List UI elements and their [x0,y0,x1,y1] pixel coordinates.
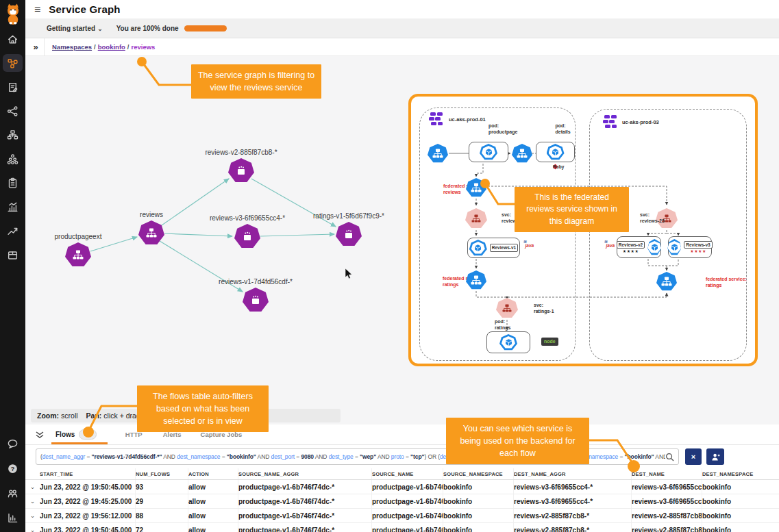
sidebar-item-flow-visualizations[interactable] [3,102,23,120]
breadcrumb-bookinfo[interactable]: bookinfo [98,43,125,51]
help-icon: ? [7,463,18,474]
breadcrumb-reviews[interactable]: reviews [132,43,156,51]
graph-node-ratings-v1[interactable]: ratings-v1-5f6d67f9c9-* [336,222,362,246]
sidebar-item-chat[interactable] [3,435,23,453]
breadcrumb-bar: » Namespaces/bookinfo/reviews [25,38,779,56]
filter-token: dest_port [271,453,295,460]
table-row[interactable]: ⌄Jun 23, 2022 @ 19:45:25.00029allowprodu… [25,494,779,509]
filter-token: ) OR ( [424,453,440,460]
filter-token: AND [654,453,665,460]
graph-node-reviews-v2[interactable]: reviews-v2-885f87cb8-* [228,158,254,183]
hamburger-menu-icon[interactable]: ≡ [34,4,40,15]
pod-productpage-box [469,142,508,162]
onboarding-progress-bar [184,25,227,31]
table-cell: allow [188,523,238,532]
graph-node-reviews[interactable]: reviews [138,220,164,245]
table-cell: productpage-v1-6b746f74dc-* [238,494,372,508]
trends-icon [7,225,18,237]
compliance-icon [7,177,18,189]
sidebar-item-compliance[interactable] [3,174,23,192]
table-cell: 88 [136,509,188,522]
sidebar-item-endpoints[interactable] [3,126,23,144]
sidebar-item-clusters[interactable] [3,150,23,168]
reviews-v1-box: Reviews-v1 [467,238,520,258]
row-expand-chevron[interactable]: ⌄ [25,523,40,532]
dashboard-icon [7,201,18,213]
breadcrumb: Namespaces/bookinfo/reviews [52,43,155,51]
table-cell: reviews-v2-885f87cb8-* [514,523,632,532]
sidebar-item-users[interactable] [3,484,23,502]
breadcrumb-separator: / [127,43,129,51]
service-graph-icon [7,58,18,69]
breadcrumb-separator: / [94,43,96,51]
pod-cube-icon [504,338,513,346]
getting-started-dropdown[interactable]: Getting started⌄ [47,25,103,32]
column-header: START_TIME [40,468,136,479]
clusters-icon [7,153,18,165]
filter-token: = [220,453,226,460]
cluster-name: uc-aks-prod-03 [622,119,659,125]
filter-token: "bookinfo" [227,453,256,460]
cluster-icon [429,112,445,127]
sidebar-item-image-assurance[interactable] [3,246,23,264]
graph-node-reviews-v3[interactable]: reviews-v3-6f69655cc4-* [234,224,260,249]
table-cell: bookinfo [443,523,514,532]
ruby-logo: Ruby [553,164,558,169]
sidebar-item-dashboard[interactable] [3,198,23,216]
sidebar-item-home[interactable] [3,30,23,48]
image-assurance-icon [7,249,18,261]
user-filter-button[interactable] [706,448,724,465]
table-cell: Jun 23, 2022 @ 19:50:45.000 [40,523,136,532]
table-cell: productpage-v1-6b746… [372,480,443,494]
callout-federated: This is the federated reviews service sh… [515,187,629,232]
service-graph-app: ? ≡ Service Graph Getting started⌄ You a… [0,0,779,532]
reviews-v3-chip: Reviews-v3 [684,241,712,249]
table-cell: productpage-v1-6b746… [372,509,443,522]
filter-token: = [618,453,624,460]
table-cell: productpage-v1-6b746… [372,494,443,508]
sidebar-item-usage-metrics[interactable] [3,509,23,527]
pod-cube-icon [473,244,482,252]
table-cell: reviews-v2-885f87cb8… [632,509,702,522]
filter-token: dest_namespace [177,453,220,460]
tab-flows[interactable]: Flows20 [55,429,97,439]
expand-panel-button[interactable]: » [27,38,45,56]
row-expand-chevron[interactable]: ⌄ [25,509,40,522]
filter-token: = [404,453,410,460]
graph-node-label: reviews [140,211,163,218]
collapse-panel-button[interactable] [35,431,45,439]
reviews-v2-box: Reviews-v2★★★★ [617,236,661,258]
pod-cube-icon [670,243,679,251]
sidebar-item-service-graph[interactable] [3,54,23,72]
breadcrumb-namespaces[interactable]: Namespaces [52,43,92,51]
cluster-name: uc-aks-prod-01 [449,116,486,123]
sidebar-item-policies[interactable] [3,78,23,96]
header-spacer [25,468,40,479]
table-header-row: START_TIMENUM_FLOWSACTIONSOURCE_NAME_AGG… [25,468,779,480]
usage-metrics-icon [7,512,18,524]
table-row[interactable]: ⌄Jun 23, 2022 @ 19:50:45.00072allowprodu… [25,523,779,532]
graph-node-productpageext[interactable]: productpageext [65,242,91,267]
callout-service-filter: The service graph is filtering to view t… [191,64,321,99]
filter-token: dest_name_aggr [42,453,85,460]
service-graph-canvas[interactable]: productpageext reviews reviews-v2-885f87… [25,56,779,425]
table-cell: 29 [136,494,188,508]
table-cell: bookinfo [443,494,514,508]
table-row[interactable]: ⌄Jun 23, 2022 @ 19:50:45.00093allowprodu… [25,480,779,494]
svc-ratings-1-label: svc:ratings-1 [521,302,547,308]
person-icon [711,453,720,461]
filter-token: AND [256,453,271,460]
clear-filter-button[interactable]: × [685,448,702,465]
sidebar-item-help[interactable]: ? [3,459,23,477]
table-cell: productpage-v1-6b746f74dc-* [238,480,372,494]
graph-node-reviews-v1[interactable]: reviews-v1-7d4fd56cdf-* [243,288,269,312]
row-expand-chevron[interactable]: ⌄ [25,494,40,508]
sidebar-item-trends[interactable] [3,222,23,240]
column-header: DEST_NAME [632,468,702,479]
filter-token: AND [314,453,329,460]
flows-panel: Flows20 HTTP Alerts Capture Jobs (dest_n… [25,425,779,532]
table-row[interactable]: ⌄Jun 23, 2022 @ 19:56:12.00088allowprodu… [25,509,779,523]
table-cell: bookinfo [702,480,779,494]
row-expand-chevron[interactable]: ⌄ [25,480,40,494]
filter-token: AND [376,453,391,460]
